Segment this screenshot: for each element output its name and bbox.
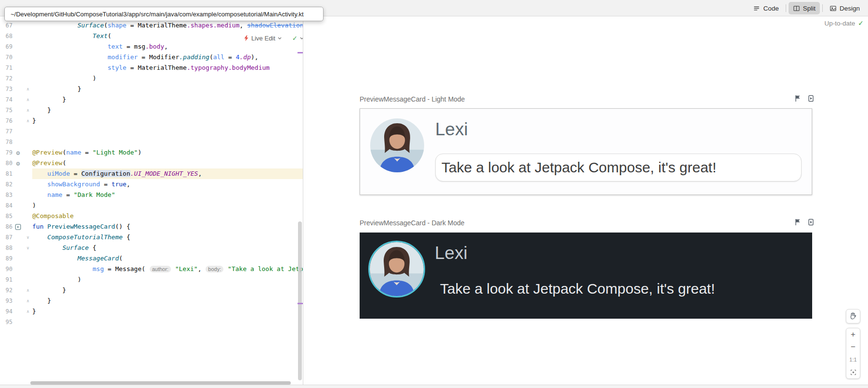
code-text[interactable]: @Preview(	[32, 158, 303, 168]
code-line[interactable]: 94∧}	[0, 306, 303, 317]
code-area[interactable]: 67 Surface(shape = MaterialTheme.shapes.…	[0, 20, 303, 327]
line-number: 80	[0, 158, 13, 168]
code-line[interactable]: 84)	[0, 200, 303, 211]
pan-button[interactable]	[846, 309, 860, 323]
mode-split-button[interactable]: Split	[789, 2, 820, 14]
code-text[interactable]: name = "Dark Mode"	[32, 190, 303, 200]
code-line[interactable]: 81 uiMode = Configuration.UI_MODE_NIGHT_…	[0, 168, 303, 179]
code-line[interactable]: 87∨ ComposeTutorialTheme {	[0, 232, 303, 243]
message-bubble: Take a look at Jetpack Compose, it's gre…	[435, 154, 802, 181]
code-text[interactable]: uiMode = Configuration.UI_MODE_NIGHT_YES…	[32, 168, 303, 179]
editor-horizontal-scrollbar[interactable]	[30, 381, 291, 385]
fold-marker[interactable]: ∧	[24, 296, 32, 306]
interactive-mode-icon[interactable]	[794, 94, 802, 103]
fold-marker[interactable]: ∨	[24, 243, 32, 253]
code-icon	[753, 5, 760, 12]
line-number: 67	[0, 20, 13, 31]
fold-marker[interactable]: ∧	[24, 116, 32, 126]
code-text[interactable]: )	[32, 73, 303, 84]
mode-design-button[interactable]: Design	[825, 2, 864, 14]
gutter: 89	[0, 253, 32, 264]
code-line[interactable]: 86fun PreviewMessageCard() {	[0, 221, 303, 232]
interactive-mode-icon[interactable]	[794, 218, 802, 226]
code-line[interactable]: 70 modifier = Modifier.padding(all = 4.d…	[0, 52, 303, 63]
code-text[interactable]: msg = Message( author: "Lexi", body: "Ta…	[32, 264, 303, 274]
android-studio-window: Code Split Design ~/Development/GitHub/C…	[0, 0, 868, 388]
code-line[interactable]: 76∧}	[0, 116, 303, 126]
code-text[interactable]: }	[32, 116, 303, 126]
code-text[interactable]: }	[32, 84, 303, 94]
run-on-device-icon[interactable]	[807, 218, 815, 226]
code-text[interactable]: }	[32, 285, 303, 296]
code-line[interactable]: 79⚙@Preview(name = "Light Mode")	[0, 147, 303, 158]
code-line[interactable]: 80⚙@Preview(	[0, 158, 303, 168]
code-text[interactable]: Surface {	[32, 243, 303, 253]
code-line[interactable]: 72 )	[0, 73, 303, 84]
code-line[interactable]: 95	[0, 317, 303, 327]
line-number: 91	[0, 274, 13, 285]
code-line[interactable]: 88∨ Surface {	[0, 243, 303, 253]
code-line[interactable]: 93∧ }	[0, 296, 303, 306]
mode-separator	[822, 4, 823, 12]
code-text[interactable]: }	[32, 105, 303, 116]
preview-settings-gutter-icon[interactable]: ⚙	[16, 160, 20, 167]
run-preview-gutter-icon[interactable]	[15, 224, 21, 230]
code-text[interactable]: )	[32, 200, 303, 211]
code-line[interactable]: 90 msg = Message( author: "Lexi", body: …	[0, 264, 303, 274]
code-text[interactable]	[32, 137, 303, 147]
preview-settings-gutter-icon[interactable]: ⚙	[16, 150, 20, 156]
code-text[interactable]: fun PreviewMessageCard() {	[32, 221, 303, 232]
code-line[interactable]: 82 showBackground = true,	[0, 179, 303, 190]
fold-marker[interactable]: ∧	[24, 306, 32, 317]
code-line[interactable]: 91 )	[0, 274, 303, 285]
code-line[interactable]: 85@Composable	[0, 211, 303, 221]
code-line[interactable]: 83 name = "Dark Mode"	[0, 190, 303, 200]
code-line[interactable]: 67 Surface(shape = MaterialTheme.shapes.…	[0, 20, 303, 31]
preview-card-light[interactable]: Lexi Take a look at Jetpack Compose, it'…	[360, 108, 812, 195]
build-status-control[interactable]: ✓	[289, 33, 303, 43]
code-text[interactable]: }	[32, 306, 303, 317]
code-text[interactable]: showBackground = true,	[32, 179, 303, 190]
code-text[interactable]: )	[32, 274, 303, 285]
code-text[interactable]: @Preview(name = "Light Mode")	[32, 147, 303, 158]
fold-marker[interactable]: ∧	[24, 94, 32, 105]
editor-pane[interactable]: 67 Surface(shape = MaterialTheme.shapes.…	[0, 16, 303, 385]
code-text[interactable]	[32, 317, 303, 327]
code-line[interactable]: 74∧ }	[0, 94, 303, 105]
code-line[interactable]: 73∧ }	[0, 84, 303, 94]
chevron-down-icon	[278, 37, 282, 39]
code-text[interactable]: modifier = Modifier.padding(all = 4.dp),	[32, 52, 303, 63]
preview-card-dark[interactable]: Lexi Take a look at Jetpack Compose, it'…	[360, 233, 812, 319]
code-text[interactable]: style = MaterialTheme.typography.bodyMed…	[32, 63, 303, 73]
zoom-actual-size-button[interactable]: 1:1	[846, 353, 860, 366]
code-text[interactable]: MessageCard(	[32, 253, 303, 264]
zoom-to-fit-button[interactable]	[846, 366, 860, 378]
fold-marker[interactable]: ∧	[24, 84, 32, 94]
fold-marker[interactable]: ∧	[24, 285, 32, 296]
line-number: 71	[0, 63, 13, 73]
fold-marker[interactable]: ∨	[24, 232, 32, 243]
run-on-device-icon[interactable]	[807, 94, 815, 103]
code-text[interactable]	[32, 126, 303, 137]
gutter: 69	[0, 41, 32, 52]
code-line[interactable]: 92∧ }	[0, 285, 303, 296]
code-line[interactable]: 78	[0, 137, 303, 147]
code-line[interactable]: 71 style = MaterialTheme.typography.body…	[0, 63, 303, 73]
mode-code-button[interactable]: Code	[749, 2, 783, 14]
editor-mode-switcher: Code Split Design	[749, 2, 864, 14]
code-text[interactable]: ComposeTutorialTheme {	[32, 232, 303, 243]
zoom-out-button[interactable]: −	[846, 341, 860, 353]
code-line[interactable]: 77	[0, 126, 303, 137]
code-text[interactable]: }	[32, 296, 303, 306]
code-text[interactable]: Surface(shape = MaterialTheme.shapes.med…	[32, 20, 303, 31]
code-text[interactable]: }	[32, 94, 303, 105]
live-edit-control[interactable]: Live Edit	[241, 33, 285, 43]
zoom-in-button[interactable]: +	[846, 328, 860, 341]
code-line[interactable]: 89 MessageCard(	[0, 253, 303, 264]
code-text[interactable]: @Composable	[32, 211, 303, 221]
editor-vertical-scrollbar[interactable]	[298, 221, 302, 380]
code-line[interactable]: 75∧ }	[0, 105, 303, 116]
fold-marker[interactable]: ∧	[24, 105, 32, 116]
sync-status: Up-to-date ✓	[824, 19, 864, 27]
gutter: 77	[0, 126, 32, 137]
